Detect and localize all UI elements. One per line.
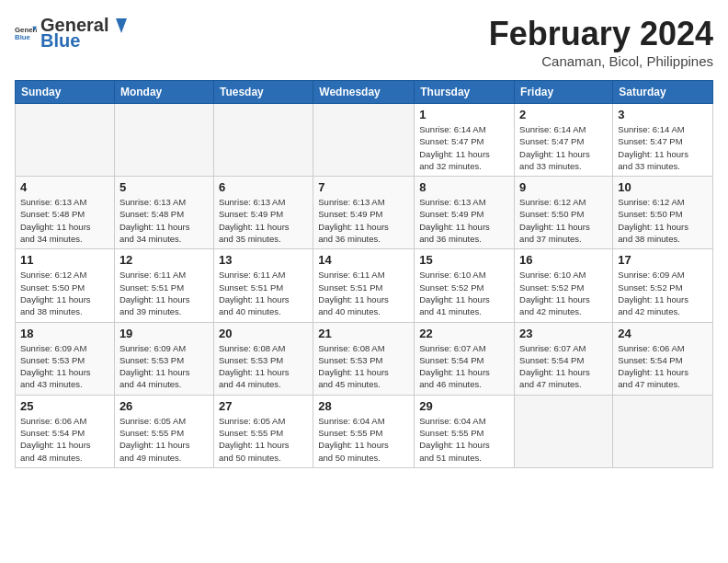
day-number: 23	[519, 327, 608, 340]
day-info: Sunrise: 6:13 AM Sunset: 5:48 PM Dayligh…	[119, 196, 209, 245]
calendar-cell: 6Sunrise: 6:13 AM Sunset: 5:49 PM Daylig…	[213, 177, 313, 249]
calendar-cell: 1Sunrise: 6:14 AM Sunset: 5:47 PM Daylig…	[415, 104, 515, 177]
day-info: Sunrise: 6:09 AM Sunset: 5:53 PM Dayligh…	[119, 342, 209, 391]
calendar-cell: 13Sunrise: 6:11 AM Sunset: 5:51 PM Dayli…	[213, 249, 313, 322]
calendar-cell: 14Sunrise: 6:11 AM Sunset: 5:51 PM Dayli…	[313, 249, 415, 322]
day-number: 8	[419, 180, 509, 194]
day-number: 6	[219, 180, 308, 194]
calendar-cell: 22Sunrise: 6:07 AM Sunset: 5:54 PM Dayli…	[415, 322, 515, 395]
day-info: Sunrise: 6:12 AM Sunset: 5:50 PM Dayligh…	[519, 196, 608, 245]
calendar-cell	[313, 104, 415, 177]
day-info: Sunrise: 6:04 AM Sunset: 5:55 PM Dayligh…	[318, 415, 409, 464]
day-info: Sunrise: 6:14 AM Sunset: 5:47 PM Dayligh…	[419, 123, 509, 172]
day-info: Sunrise: 6:13 AM Sunset: 5:49 PM Dayligh…	[318, 196, 409, 245]
day-number: 3	[618, 108, 708, 121]
day-info: Sunrise: 6:04 AM Sunset: 5:55 PM Dayligh…	[419, 415, 509, 464]
col-header-saturday: Saturday	[613, 81, 713, 104]
day-info: Sunrise: 6:12 AM Sunset: 5:50 PM Dayligh…	[20, 269, 109, 317]
generalblue-logo-icon: General Blue	[15, 24, 37, 42]
day-info: Sunrise: 6:05 AM Sunset: 5:55 PM Dayligh…	[119, 415, 209, 464]
day-number: 5	[119, 180, 209, 194]
day-number: 16	[519, 253, 608, 267]
calendar-cell: 7Sunrise: 6:13 AM Sunset: 5:49 PM Daylig…	[313, 177, 415, 249]
header: General Blue General Blue February 2024 …	[15, 15, 713, 69]
day-number: 15	[419, 253, 509, 267]
calendar-cell	[16, 104, 115, 177]
logo: General Blue General Blue	[15, 15, 127, 52]
day-info: Sunrise: 6:13 AM Sunset: 5:49 PM Dayligh…	[419, 196, 509, 245]
col-header-friday: Friday	[515, 81, 613, 104]
day-number: 27	[219, 399, 308, 413]
calendar-cell: 9Sunrise: 6:12 AM Sunset: 5:50 PM Daylig…	[515, 177, 613, 249]
calendar-cell: 24Sunrise: 6:06 AM Sunset: 5:54 PM Dayli…	[613, 322, 713, 395]
day-info: Sunrise: 6:06 AM Sunset: 5:54 PM Dayligh…	[618, 342, 708, 391]
day-number: 10	[618, 180, 708, 194]
day-info: Sunrise: 6:13 AM Sunset: 5:49 PM Dayligh…	[219, 196, 308, 245]
day-info: Sunrise: 6:13 AM Sunset: 5:48 PM Dayligh…	[20, 196, 109, 245]
day-number: 29	[419, 399, 509, 413]
calendar-cell: 26Sunrise: 6:05 AM Sunset: 5:55 PM Dayli…	[114, 395, 213, 467]
title-section: February 2024 Canaman, Bicol, Philippine…	[489, 15, 713, 69]
col-header-tuesday: Tuesday	[213, 81, 313, 104]
day-number: 26	[119, 399, 209, 413]
calendar-cell: 21Sunrise: 6:08 AM Sunset: 5:53 PM Dayli…	[313, 322, 415, 395]
calendar-week-row: 11Sunrise: 6:12 AM Sunset: 5:50 PM Dayli…	[16, 249, 713, 322]
calendar-cell: 17Sunrise: 6:09 AM Sunset: 5:52 PM Dayli…	[613, 249, 713, 322]
calendar-cell: 10Sunrise: 6:12 AM Sunset: 5:50 PM Dayli…	[613, 177, 713, 249]
calendar-cell: 19Sunrise: 6:09 AM Sunset: 5:53 PM Dayli…	[114, 322, 213, 395]
day-number: 20	[219, 327, 308, 340]
col-header-sunday: Sunday	[16, 81, 115, 104]
calendar-week-row: 18Sunrise: 6:09 AM Sunset: 5:53 PM Dayli…	[16, 322, 713, 395]
col-header-wednesday: Wednesday	[313, 81, 415, 104]
calendar-cell	[613, 395, 713, 467]
day-number: 14	[318, 253, 409, 267]
day-info: Sunrise: 6:08 AM Sunset: 5:53 PM Dayligh…	[219, 342, 308, 391]
calendar-cell: 2Sunrise: 6:14 AM Sunset: 5:47 PM Daylig…	[515, 104, 613, 177]
calendar-cell: 4Sunrise: 6:13 AM Sunset: 5:48 PM Daylig…	[16, 177, 115, 249]
day-info: Sunrise: 6:14 AM Sunset: 5:47 PM Dayligh…	[519, 123, 608, 172]
day-info: Sunrise: 6:11 AM Sunset: 5:51 PM Dayligh…	[219, 269, 308, 317]
day-info: Sunrise: 6:05 AM Sunset: 5:55 PM Dayligh…	[219, 415, 308, 464]
col-header-monday: Monday	[114, 81, 213, 104]
day-info: Sunrise: 6:10 AM Sunset: 5:52 PM Dayligh…	[519, 269, 608, 317]
day-info: Sunrise: 6:09 AM Sunset: 5:53 PM Dayligh…	[20, 342, 109, 391]
day-info: Sunrise: 6:11 AM Sunset: 5:51 PM Dayligh…	[318, 269, 409, 317]
calendar-cell: 3Sunrise: 6:14 AM Sunset: 5:47 PM Daylig…	[613, 104, 713, 177]
calendar-cell: 28Sunrise: 6:04 AM Sunset: 5:55 PM Dayli…	[313, 395, 415, 467]
day-info: Sunrise: 6:14 AM Sunset: 5:47 PM Dayligh…	[618, 123, 708, 172]
day-info: Sunrise: 6:07 AM Sunset: 5:54 PM Dayligh…	[519, 342, 608, 391]
calendar-cell: 5Sunrise: 6:13 AM Sunset: 5:48 PM Daylig…	[114, 177, 213, 249]
calendar-cell: 27Sunrise: 6:05 AM Sunset: 5:55 PM Dayli…	[213, 395, 313, 467]
calendar-cell	[114, 104, 213, 177]
svg-text:Blue: Blue	[15, 33, 31, 41]
calendar-cell	[213, 104, 313, 177]
svg-marker-3	[116, 18, 127, 33]
calendar-week-row: 4Sunrise: 6:13 AM Sunset: 5:48 PM Daylig…	[16, 177, 713, 249]
location-subtitle: Canaman, Bicol, Philippines	[489, 53, 713, 69]
day-number: 9	[519, 180, 608, 194]
calendar-cell: 8Sunrise: 6:13 AM Sunset: 5:49 PM Daylig…	[415, 177, 515, 249]
month-year-title: February 2024	[489, 15, 713, 53]
calendar-cell: 16Sunrise: 6:10 AM Sunset: 5:52 PM Dayli…	[515, 249, 613, 322]
logo-arrow-icon	[110, 18, 127, 33]
calendar-cell: 18Sunrise: 6:09 AM Sunset: 5:53 PM Dayli…	[16, 322, 115, 395]
calendar-cell: 12Sunrise: 6:11 AM Sunset: 5:51 PM Dayli…	[114, 249, 213, 322]
calendar-cell: 25Sunrise: 6:06 AM Sunset: 5:54 PM Dayli…	[16, 395, 115, 467]
day-number: 21	[318, 327, 409, 340]
day-number: 1	[419, 108, 509, 121]
day-info: Sunrise: 6:12 AM Sunset: 5:50 PM Dayligh…	[618, 196, 708, 245]
calendar-week-row: 25Sunrise: 6:06 AM Sunset: 5:54 PM Dayli…	[16, 395, 713, 467]
day-number: 22	[419, 327, 509, 340]
day-number: 28	[318, 399, 409, 413]
day-info: Sunrise: 6:10 AM Sunset: 5:52 PM Dayligh…	[419, 269, 509, 317]
calendar-cell: 23Sunrise: 6:07 AM Sunset: 5:54 PM Dayli…	[515, 322, 613, 395]
calendar-week-row: 1Sunrise: 6:14 AM Sunset: 5:47 PM Daylig…	[16, 104, 713, 177]
calendar-table: SundayMondayTuesdayWednesdayThursdayFrid…	[15, 80, 713, 468]
day-number: 17	[618, 253, 708, 267]
day-number: 19	[119, 327, 209, 340]
day-number: 4	[20, 180, 109, 194]
day-info: Sunrise: 6:08 AM Sunset: 5:53 PM Dayligh…	[318, 342, 409, 391]
calendar-cell: 15Sunrise: 6:10 AM Sunset: 5:52 PM Dayli…	[415, 249, 515, 322]
day-number: 2	[519, 108, 608, 121]
day-number: 11	[20, 253, 109, 267]
